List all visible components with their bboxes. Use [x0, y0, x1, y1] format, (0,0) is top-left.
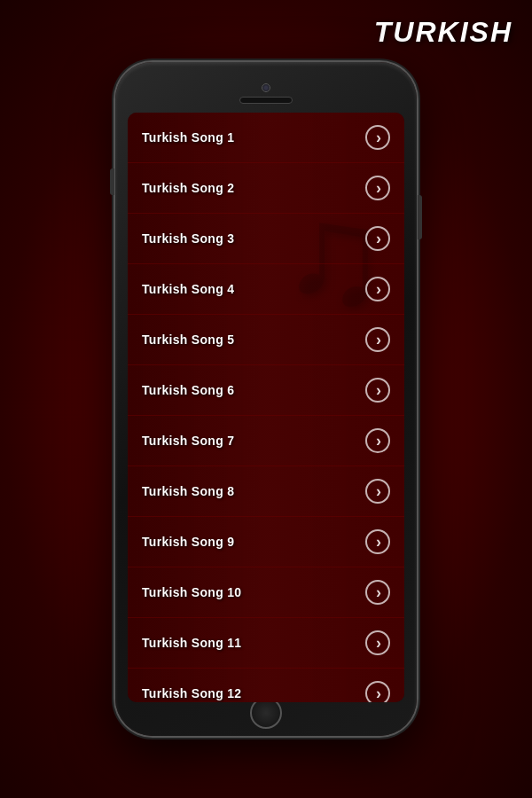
song-title: Turkish Song 10: [142, 585, 241, 599]
song-title: Turkish Song 11: [142, 636, 241, 650]
song-title: Turkish Song 2: [142, 181, 234, 195]
song-title: Turkish Song 5: [142, 332, 234, 347]
play-chevron-button[interactable]: [365, 226, 390, 251]
play-chevron-button[interactable]: [365, 277, 390, 301]
song-item[interactable]: Turkish Song 5: [128, 315, 404, 365]
phone-speaker: [239, 97, 293, 104]
song-item[interactable]: Turkish Song 9: [128, 517, 404, 567]
play-chevron-button[interactable]: [365, 176, 390, 200]
play-chevron-button[interactable]: [365, 428, 390, 453]
song-item[interactable]: Turkish Song 2: [128, 163, 404, 214]
play-chevron-button[interactable]: [365, 630, 390, 655]
song-title: Turkish Song 4: [142, 282, 234, 296]
play-chevron-button[interactable]: [365, 479, 390, 504]
song-title: Turkish Song 12: [142, 686, 241, 700]
song-title: Turkish Song 6: [142, 383, 234, 397]
song-title: Turkish Song 7: [142, 434, 234, 448]
song-item[interactable]: Turkish Song 12: [128, 669, 404, 702]
song-item[interactable]: Turkish Song 11: [128, 618, 404, 669]
song-item[interactable]: Turkish Song 3: [128, 214, 404, 264]
play-chevron-button[interactable]: [365, 378, 390, 403]
play-chevron-button[interactable]: [365, 681, 390, 702]
song-title: Turkish Song 8: [142, 484, 234, 498]
song-list: Turkish Song 1Turkish Song 2Turkish Song…: [128, 113, 404, 702]
phone-camera: [262, 83, 270, 92]
phone-screen: ♫ Turkish Song 1Turkish Song 2Turkish So…: [128, 113, 404, 702]
song-item[interactable]: Turkish Song 10: [128, 567, 404, 618]
song-title: Turkish Song 1: [142, 130, 234, 145]
phone-frame: ♫ Turkish Song 1Turkish Song 2Turkish So…: [115, 62, 417, 736]
phone-bottom: [128, 702, 404, 720]
app-title: TURKISH: [374, 16, 512, 49]
song-title: Turkish Song 3: [142, 231, 234, 246]
song-item[interactable]: Turkish Song 8: [128, 466, 404, 517]
song-item[interactable]: Turkish Song 4: [128, 264, 404, 315]
song-title: Turkish Song 9: [142, 535, 234, 549]
song-item[interactable]: Turkish Song 6: [128, 365, 404, 416]
song-item[interactable]: Turkish Song 1: [128, 113, 404, 163]
phone-top: [128, 78, 404, 113]
play-chevron-button[interactable]: [365, 125, 390, 150]
song-item[interactable]: Turkish Song 7: [128, 416, 404, 466]
play-chevron-button[interactable]: [365, 529, 390, 554]
play-chevron-button[interactable]: [365, 580, 390, 605]
play-chevron-button[interactable]: [365, 327, 390, 352]
